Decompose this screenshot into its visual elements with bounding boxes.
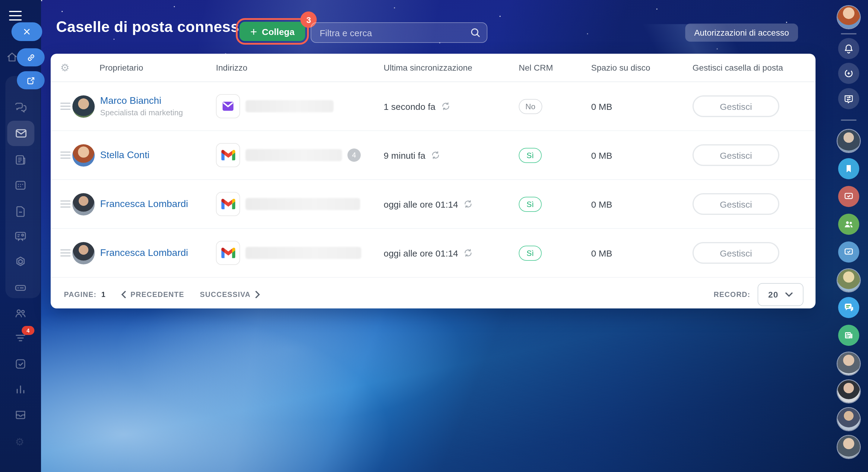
owner-name-link[interactable]: Francesca Lombardi xyxy=(100,247,188,258)
sidebar-item-documents[interactable] xyxy=(14,205,27,218)
grid-settings-gear-icon[interactable]: ⚙ xyxy=(60,61,79,74)
avatar xyxy=(72,193,95,215)
drag-handle-icon[interactable] xyxy=(60,249,70,257)
chat-user-avatar[interactable] xyxy=(838,353,860,375)
manage-mailbox-button[interactable]: Gestisci xyxy=(692,193,779,215)
copy-link-button[interactable] xyxy=(17,48,44,66)
inbox-tray-icon xyxy=(14,408,27,421)
table-row: Francesca Lombardi oggi alle ore 01:14 S… xyxy=(51,180,815,229)
avatar xyxy=(72,242,95,264)
saved-messages-button[interactable] xyxy=(838,158,859,179)
hamburger-menu-icon[interactable] xyxy=(9,11,22,21)
chevron-right-icon xyxy=(255,291,260,298)
redacted-address xyxy=(246,149,342,161)
owner-name-link[interactable]: Francesca Lombardi xyxy=(100,199,188,209)
drag-handle-icon[interactable] xyxy=(60,102,70,110)
sidebar-item-chat[interactable] xyxy=(14,101,27,115)
news-channel-button[interactable] xyxy=(838,325,859,346)
notifications-button[interactable] xyxy=(838,38,859,59)
redacted-address xyxy=(246,100,334,112)
last-sync-text: oggi alle ore 01:14 xyxy=(384,199,458,209)
current-user-avatar[interactable] xyxy=(838,6,860,28)
sidebar-item-employees[interactable] xyxy=(14,306,27,320)
copilot-spiral-icon xyxy=(843,68,855,79)
redacted-address xyxy=(246,247,361,259)
column-header-disk-space: Spazio su disco xyxy=(591,63,692,72)
owner-name-link[interactable]: Stella Conti xyxy=(100,150,150,160)
sidebar-funnel-badge: 4 xyxy=(22,326,34,335)
manage-mailbox-button[interactable]: Gestisci xyxy=(692,95,779,117)
hexagon-icon xyxy=(14,255,27,269)
sidebar-item-tasks[interactable] xyxy=(14,357,27,371)
table-header-row: ⚙ Proprietario Indirizzo Ultima sincroni… xyxy=(51,54,815,82)
sidebar-item-drive[interactable] xyxy=(14,281,27,295)
sidebar-item-reports[interactable] xyxy=(14,383,27,396)
sidebar-item-inbox[interactable] xyxy=(14,408,27,421)
disk-space-value: 0 MB xyxy=(591,150,692,160)
drag-handle-icon[interactable] xyxy=(60,151,70,159)
table-row: Stella Conti 4 9 minuti fa Sì 0 MB Gesti… xyxy=(51,131,815,180)
newspaper-icon xyxy=(843,329,855,341)
search-input[interactable] xyxy=(311,22,487,43)
address-unread-badge: 4 xyxy=(347,148,361,162)
chat-user-avatar[interactable] xyxy=(838,130,860,152)
search-icon[interactable] xyxy=(470,27,481,38)
column-header-address: Indirizzo xyxy=(216,63,384,72)
gmail-icon xyxy=(216,192,240,216)
copilot-button[interactable] xyxy=(838,63,859,84)
open-external-button[interactable] xyxy=(17,71,44,89)
drive-icon xyxy=(14,281,27,295)
group-chat-button[interactable] xyxy=(838,214,859,235)
sidebar-item-calendar[interactable] xyxy=(14,179,27,192)
monitor-check-icon xyxy=(843,191,855,202)
drag-handle-icon[interactable] xyxy=(60,200,70,208)
table-footer: PAGINE: 1 PRECEDENTE SUCCESSIVA RECORD: … xyxy=(51,278,815,311)
channel-red-button[interactable] xyxy=(838,186,859,207)
table-row: Marco Bianchi Specialista di marketing 1… xyxy=(51,82,815,131)
sidebar-item-board[interactable] xyxy=(14,230,27,243)
column-header-last-sync: Ultima sincronizzazione xyxy=(384,63,519,72)
redacted-address xyxy=(246,198,360,210)
chat-lines-icon xyxy=(843,302,855,313)
chat-user-avatar[interactable] xyxy=(838,436,860,458)
owner-name-link[interactable]: Marco Bianchi xyxy=(100,95,183,106)
search-box xyxy=(311,22,487,43)
chat-channel-button[interactable] xyxy=(838,297,859,318)
access-permissions-button[interactable]: Autorizzazioni di accesso xyxy=(685,24,798,42)
gmail-icon xyxy=(216,143,240,167)
connect-mailbox-button[interactable]: +Collega xyxy=(240,22,306,41)
refresh-icon[interactable] xyxy=(431,150,440,160)
column-header-manage: Gestisci casella di posta xyxy=(692,63,806,72)
sidebar-item-mail-active[interactable] xyxy=(7,121,34,146)
messenger-exchange-button[interactable] xyxy=(838,88,859,109)
sidebar-item-news[interactable] xyxy=(14,153,27,167)
sidebar-item-settings[interactable]: ⚙ xyxy=(15,436,28,449)
last-sync-text: oggi alle ore 01:14 xyxy=(384,248,458,258)
next-page-button[interactable]: SUCCESSIVA xyxy=(200,290,260,298)
chat-user-avatar[interactable] xyxy=(838,408,860,430)
records-per-page-value: 20 xyxy=(768,289,778,299)
manage-mailbox-button[interactable]: Gestisci xyxy=(692,242,779,264)
manage-mailbox-button[interactable]: Gestisci xyxy=(692,144,779,166)
chat-user-avatar[interactable] xyxy=(838,380,860,403)
refresh-icon[interactable] xyxy=(464,199,473,209)
channel-blue-button[interactable] xyxy=(838,241,859,263)
refresh-icon[interactable] xyxy=(464,248,473,258)
avatar xyxy=(72,144,95,166)
pages-label: PAGINE: xyxy=(64,290,96,298)
mail-icon xyxy=(14,127,28,140)
refresh-icon[interactable] xyxy=(441,101,451,111)
check-square-icon xyxy=(14,357,27,371)
sidebar-item-crm[interactable] xyxy=(14,255,27,269)
bell-icon xyxy=(843,43,855,54)
chevron-left-icon xyxy=(122,291,126,298)
previous-page-button[interactable]: PRECEDENTE xyxy=(122,290,184,298)
disk-space-value: 0 MB xyxy=(591,248,692,258)
owner-subtitle: Specialista di marketing xyxy=(100,108,183,117)
close-menu-button[interactable] xyxy=(11,22,42,41)
chat-user-avatar[interactable] xyxy=(838,269,860,292)
chevron-down-icon xyxy=(786,292,793,297)
records-per-page-select[interactable]: 20 xyxy=(757,283,803,306)
last-sync-text: 9 minuti fa xyxy=(384,150,425,160)
column-header-in-crm: Nel CRM xyxy=(519,63,591,72)
